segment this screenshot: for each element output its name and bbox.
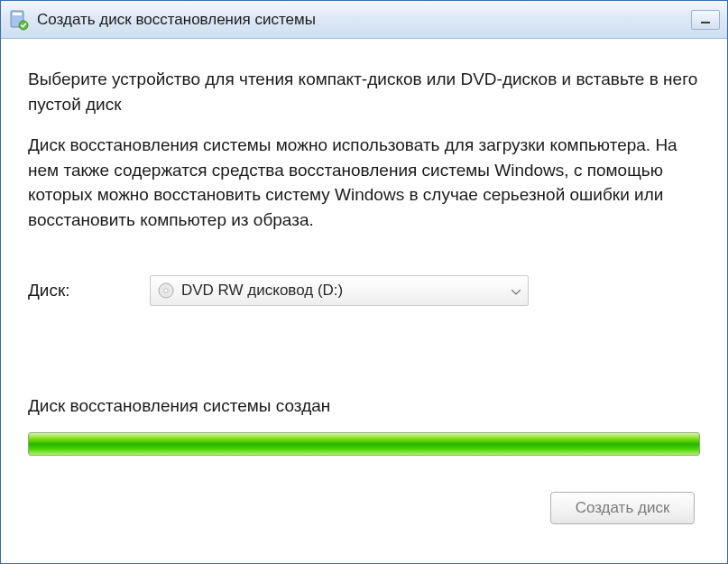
create-disc-button[interactable]: Создать диск [550,492,695,524]
create-disc-button-label: Создать диск [576,499,670,517]
drive-label: Диск: [28,281,150,300]
minimize-icon [700,14,711,25]
drive-select[interactable]: DVD RW дисковод (D:) [150,275,529,306]
titlebar: Создать диск восстановления системы [1,1,727,39]
progress-bar [28,432,700,456]
minimize-button[interactable] [691,10,720,30]
app-icon [8,9,30,31]
dialog-content: Выберите устройство для чтения компакт-д… [1,39,727,563]
window-controls [691,10,720,30]
instruction-heading: Выберите устройство для чтения компакт-д… [28,67,700,116]
svg-rect-3 [701,22,710,23]
window-title: Создать диск восстановления системы [37,11,691,29]
status-text: Диск восстановления системы создан [28,396,700,416]
instruction-description: Диск восстановления системы можно исполь… [28,133,700,232]
drive-select-value: DVD RW дисковод (D:) [181,282,511,300]
svg-rect-1 [13,13,22,15]
button-row: Создать диск [28,492,700,524]
drive-row: Диск: DVD RW дисковод (D:) [28,275,700,306]
svg-point-5 [164,289,168,292]
disc-icon [158,282,174,299]
dialog-window: Создать диск восстановления системы Выбе… [0,0,728,564]
chevron-down-icon [511,282,521,299]
